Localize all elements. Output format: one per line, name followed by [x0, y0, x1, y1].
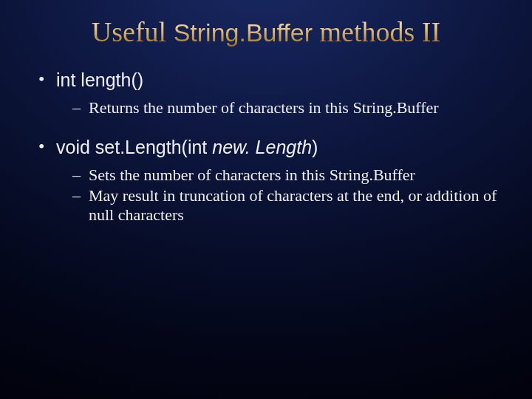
- sig-italic: new. Length: [212, 137, 312, 157]
- title-pre: Useful: [92, 16, 174, 47]
- method-signature: int length(): [56, 69, 143, 90]
- sig-prefix: void set.Length(int: [56, 137, 212, 157]
- sub-item: Returns the number of characters in this…: [72, 98, 502, 117]
- title-post: methods II: [313, 16, 440, 47]
- bullet-item: int length() Returns the number of chara…: [35, 69, 502, 117]
- sig-prefix: int length(): [56, 69, 143, 90]
- sig-suffix: ): [312, 137, 318, 157]
- sub-item: May result in truncation of characters a…: [72, 186, 502, 225]
- bullet-list: int length() Returns the number of chara…: [30, 69, 502, 225]
- sub-list: Sets the number of characters in this St…: [56, 166, 502, 225]
- slide: Useful String.Buffer methods II int leng…: [0, 0, 532, 399]
- slide-title: Useful String.Buffer methods II: [30, 16, 502, 49]
- sub-item: Sets the number of characters in this St…: [72, 166, 502, 185]
- title-code: String.Buffer: [174, 18, 313, 47]
- bullet-item: void set.Length(int new. Length) Sets th…: [35, 137, 502, 225]
- method-signature: void set.Length(int new. Length): [56, 137, 318, 157]
- sub-list: Returns the number of characters in this…: [56, 98, 502, 117]
